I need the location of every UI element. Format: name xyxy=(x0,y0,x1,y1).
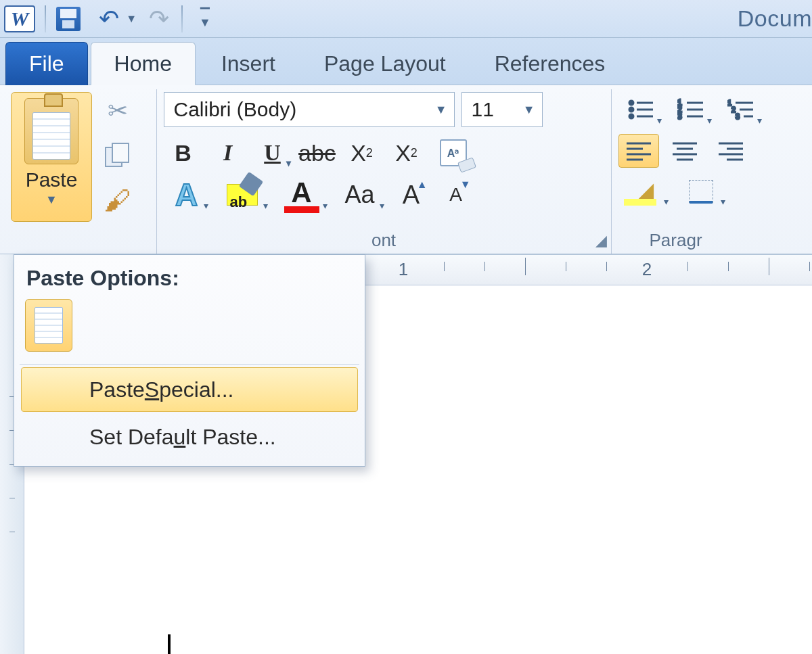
ribbon: Paste ▼ ✂ 🖌 Calibri (Body) ▼ 11 ▼ B I U xyxy=(0,85,812,254)
superscript-button[interactable]: X2 xyxy=(387,135,426,170)
redo-icon: ↷ xyxy=(149,7,169,31)
word-app-icon[interactable]: W xyxy=(4,5,35,32)
clear-formatting-button[interactable]: Aᵃ xyxy=(432,135,475,170)
change-case-split-button[interactable]: Aa xyxy=(334,177,386,212)
svg-point-6 xyxy=(629,114,633,118)
copy-button[interactable] xyxy=(99,139,137,172)
group-clipboard: Paste ▼ ✂ 🖌 xyxy=(4,89,157,254)
set-default-paste-menu-item[interactable]: Set Default Paste... xyxy=(21,415,358,459)
paste-special-menu-item[interactable]: Paste Special... xyxy=(21,367,358,412)
paintbrush-icon: 🖌 xyxy=(104,185,131,216)
chevron-down-icon: ▼ xyxy=(435,103,447,117)
cut-button[interactable]: ✂ xyxy=(99,95,137,127)
save-icon xyxy=(56,7,81,31)
text-cursor xyxy=(168,634,171,654)
scissors-icon: ✂ xyxy=(108,97,128,125)
numbering-icon: 123 xyxy=(677,97,704,122)
redo-button[interactable]: ↷ xyxy=(143,4,175,34)
clipboard-icon xyxy=(24,98,78,164)
group-paragraph: 123 123 ◢ Pa xyxy=(612,89,812,254)
menu-separator xyxy=(20,364,359,365)
undo-icon: ↶ xyxy=(99,7,119,31)
font-size-value: 11 xyxy=(472,98,494,121)
paste-options-header: Paste Options: xyxy=(18,262,361,299)
strikethrough-button[interactable]: abc xyxy=(298,135,337,170)
paste-option-keep-text[interactable] xyxy=(25,299,72,352)
svg-text:3: 3 xyxy=(736,112,740,120)
paragraph-group-label-row: Paragr xyxy=(612,228,812,252)
paste-label: Paste xyxy=(26,168,78,191)
up-arrow-icon: ▲ xyxy=(417,179,428,191)
align-right-icon xyxy=(717,139,744,162)
multilevel-list-icon: 123 xyxy=(727,97,754,122)
qat-separator xyxy=(45,5,46,32)
paste-split-button[interactable]: Paste ▼ xyxy=(11,92,92,222)
tab-home[interactable]: Home xyxy=(91,42,196,85)
svg-point-2 xyxy=(629,101,633,105)
svg-rect-1 xyxy=(112,143,129,162)
subscript-button[interactable]: X2 xyxy=(342,135,382,170)
tab-file[interactable]: File xyxy=(5,42,88,85)
save-button[interactable] xyxy=(53,4,84,34)
bullets-split-button[interactable] xyxy=(618,92,663,127)
shrink-font-button[interactable]: A▼ xyxy=(437,177,475,212)
ruler-num-2: 2 xyxy=(642,259,652,280)
grow-font-button[interactable]: A▲ xyxy=(391,177,432,212)
tab-insert[interactable]: Insert xyxy=(198,42,298,85)
tab-page-layout[interactable]: Page Layout xyxy=(301,42,469,85)
paragraph-group-label: Paragr xyxy=(650,230,702,251)
customize-qat-button[interactable]: ▔▼ xyxy=(189,4,221,34)
highlight-icon: ab xyxy=(227,184,258,206)
qat-separator xyxy=(181,5,183,32)
numbering-split-button[interactable]: 123 xyxy=(669,92,713,127)
italic-button[interactable]: I xyxy=(208,135,248,170)
font-group-label-row: ont ◢ xyxy=(157,228,611,252)
font-name-combo[interactable]: Calibri (Body) ▼ xyxy=(164,92,455,127)
tab-references[interactable]: References xyxy=(472,42,629,85)
align-right-button[interactable] xyxy=(710,134,751,168)
shading-split-button[interactable]: ◢ xyxy=(618,174,670,208)
text-effects-icon: A xyxy=(175,177,198,213)
font-color-icon: A xyxy=(284,177,319,213)
ruler-num-1: 1 xyxy=(399,259,408,280)
highlight-split-button[interactable]: ab xyxy=(215,177,269,212)
paste-option-icon xyxy=(35,307,63,344)
format-painter-button[interactable]: 🖌 xyxy=(99,184,137,216)
title-bar: W ↶ ▼ ↷ ▔▼ Docum xyxy=(0,0,812,38)
bullets-icon xyxy=(627,97,654,122)
text-effects-split-button[interactable]: A xyxy=(164,177,210,212)
bold-button[interactable]: B xyxy=(164,135,203,170)
pen-icon xyxy=(238,172,263,196)
svg-point-4 xyxy=(629,108,633,112)
group-font: Calibri (Body) ▼ 11 ▼ B I U abc X2 X2 Aᵃ… xyxy=(157,89,612,254)
borders-split-button[interactable] xyxy=(675,174,727,208)
font-size-combo[interactable]: 11 ▼ xyxy=(461,92,543,127)
font-group-label: ont xyxy=(371,230,396,251)
underline-split-button[interactable]: U xyxy=(253,135,292,170)
subscript-mark: 2 xyxy=(366,146,373,160)
svg-text:3: 3 xyxy=(677,112,682,121)
down-arrow-icon: ▼ xyxy=(460,179,471,191)
customize-qat-icon: ▔▼ xyxy=(199,11,211,26)
align-left-icon xyxy=(625,139,652,162)
superscript-mark: 2 xyxy=(411,146,418,160)
document-title: Docum xyxy=(738,0,812,37)
font-name-value: Calibri (Body) xyxy=(174,98,297,121)
font-color-split-button[interactable]: A xyxy=(275,177,329,212)
font-dialog-launcher[interactable]: ◢ xyxy=(595,232,607,250)
paste-dropdown-menu: Paste Options: Paste Special... Set Defa… xyxy=(14,254,365,467)
copy-icon xyxy=(103,142,133,169)
undo-split-button[interactable]: ↶ ▼ xyxy=(87,4,141,34)
ribbon-tabstrip: File Home Insert Page Layout References xyxy=(0,38,812,85)
paper-icon xyxy=(32,112,70,160)
align-left-button[interactable] xyxy=(618,134,659,168)
align-center-button[interactable] xyxy=(664,134,705,168)
multilevel-list-split-button[interactable]: 123 xyxy=(719,92,763,127)
chevron-down-icon: ▼ xyxy=(126,13,137,25)
align-center-icon xyxy=(671,139,698,162)
chevron-down-icon: ▼ xyxy=(523,103,535,117)
borders-icon xyxy=(689,180,713,203)
chevron-down-icon: ▼ xyxy=(45,193,58,207)
